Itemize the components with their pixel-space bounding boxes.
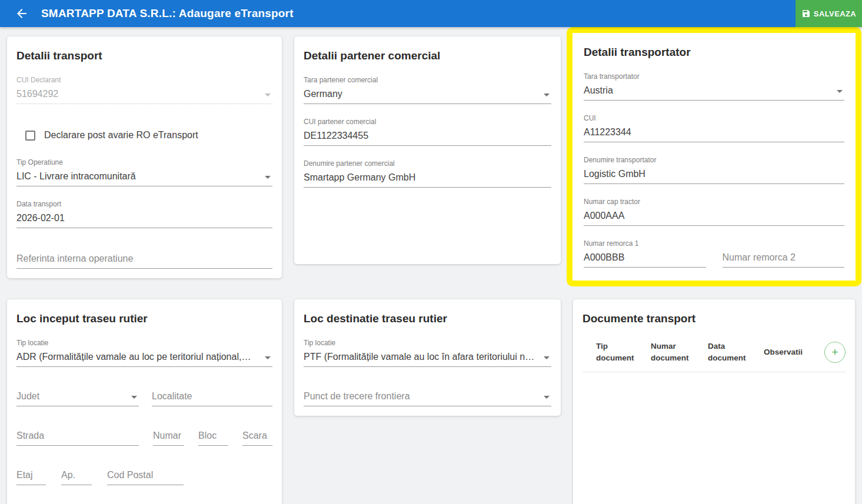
referinta-input[interactable]: Referinta interna operatiune	[16, 253, 272, 269]
tip-operatiune-select[interactable]: Tip Operatiune LIC - Livrare intracomuni…	[16, 158, 272, 186]
form-grid: Detalii transport CUI Declarant 51694292…	[0, 27, 862, 504]
dropdown-arrow-icon	[544, 396, 550, 399]
denumire-transportator-label: Denumire transportator	[584, 156, 844, 164]
card-detalii-transportator: Detalii transportator Tara transportator…	[574, 41, 854, 277]
dropdown-arrow-icon	[544, 356, 550, 359]
tip-operatiune-value[interactable]: LIC - Livrare intracomunitară	[16, 171, 272, 186]
localitate-field[interactable]: Localitate	[152, 390, 272, 406]
plus-icon: +	[831, 346, 838, 358]
etaj-field[interactable]: Etaj	[16, 469, 46, 485]
tara-partener-value[interactable]: Germany	[304, 88, 551, 104]
post-avarie-checkbox-row[interactable]: Declarare post avarie RO eTransport	[25, 130, 272, 141]
column-header-tip-document: Tip document	[596, 341, 642, 363]
judet-select[interactable]: Judet	[16, 390, 139, 406]
cui-partener-label: CUI partener comercial	[304, 118, 551, 126]
numar-cap-tractor-input[interactable]: A000AAA	[584, 210, 844, 226]
tip-locatie-inceput-select[interactable]: Tip locatie ADR (Formalitățile vamale au…	[16, 339, 272, 367]
etaj-input[interactable]: Etaj	[16, 469, 46, 485]
cui-declarant-label: CUI Declarant	[16, 76, 272, 84]
column-header-numar-document: Numar document	[651, 341, 699, 363]
dropdown-arrow-icon	[265, 176, 271, 179]
data-transport-field[interactable]: Data transport 2026-02-01	[16, 200, 272, 228]
cui-declarant-value: 51694292	[16, 88, 272, 104]
card-title: Loc destinatie traseu rutier	[304, 312, 551, 325]
card-title: Documente transport	[583, 312, 846, 325]
tip-locatie-inceput-value[interactable]: ADR (Formalitățile vamale au loc pe teri…	[16, 351, 272, 367]
numar-remorca-2-input[interactable]: Numar remorca 2	[723, 252, 845, 268]
post-avarie-checkbox[interactable]	[25, 131, 35, 141]
cod-postal-field[interactable]: Cod Postal	[107, 469, 184, 485]
denumire-partener-label: Denumire partener comercial	[304, 159, 551, 168]
cui-transportator-label: CUI	[584, 114, 844, 122]
tara-transportator-label: Tara transportator	[584, 72, 844, 81]
tip-locatie-destinatie-value[interactable]: PTF (Formalitățile vamale au loc în afar…	[304, 351, 551, 367]
dropdown-arrow-icon	[131, 396, 137, 399]
strada-field[interactable]: Strada	[16, 430, 139, 446]
referinta-placeholder: Referinta interna operatiune	[16, 253, 133, 263]
save-button-label: SALVEAZA	[814, 9, 856, 18]
highlight-frame: Detalii transportator Tara transportator…	[567, 27, 861, 286]
card-detalii-transport: Detalii transport CUI Declarant 51694292…	[7, 36, 282, 278]
tip-locatie-destinatie-label: Tip locatie	[304, 339, 551, 347]
tara-transportator-value[interactable]: Austria	[584, 85, 844, 101]
app-header: SMARTAPP DATA S.R.L.: Adaugare eTranspor…	[0, 0, 862, 27]
referinta-field[interactable]: Referinta interna operatiune	[16, 253, 272, 269]
column-header-data-document: Data document	[708, 341, 755, 363]
denumire-transportator-field[interactable]: Denumire transportator Logistic GmbH	[584, 156, 844, 184]
cui-partener-input[interactable]: DE1122334455	[304, 130, 551, 146]
punct-trecere-select[interactable]: Punct de trecere frontiera	[304, 390, 551, 406]
denumire-partener-field[interactable]: Denumire partener comercial Smartapp Ger…	[304, 159, 551, 188]
numar-remorca-2-field[interactable]: Numar remorca 2	[723, 252, 845, 268]
ap-input[interactable]: Ap.	[61, 469, 92, 485]
strada-input[interactable]: Strada	[16, 430, 139, 446]
data-transport-input[interactable]: 2026-02-01	[16, 212, 272, 228]
dropdown-arrow-icon	[265, 94, 271, 96]
add-document-button[interactable]: +	[824, 342, 846, 363]
back-arrow-icon[interactable]	[15, 6, 29, 21]
cui-transportator-field[interactable]: CUI A11223344	[584, 114, 844, 142]
card-title: Detalii partener comercial	[304, 49, 551, 62]
ap-field[interactable]: Ap.	[61, 469, 92, 485]
numar-cap-tractor-label: Numar cap tractor	[584, 198, 844, 206]
denumire-partener-input[interactable]: Smartapp Germany GmbH	[304, 172, 551, 188]
bloc-input[interactable]: Bloc	[198, 430, 228, 446]
card-loc-inceput: Loc inceput traseu rutier Tip locatie AD…	[7, 299, 282, 504]
cod-postal-input[interactable]: Cod Postal	[107, 469, 184, 485]
save-button[interactable]: SALVEAZA	[796, 0, 862, 27]
cui-declarant-select: CUI Declarant 51694292	[16, 76, 272, 104]
numar-cap-tractor-field[interactable]: Numar cap tractor A000AAA	[584, 198, 844, 226]
scara-field[interactable]: Scara	[242, 430, 272, 446]
tip-locatie-destinatie-select[interactable]: Tip locatie PTF (Formalitățile vamale au…	[304, 339, 551, 367]
numar-remorca-1-label: Numar remorca 1	[584, 239, 706, 248]
column-header-observatii: Observatii	[764, 346, 811, 358]
numar-remorca-2-placeholder: Numar remorca 2	[723, 252, 796, 262]
card-documente-transport: Documente transport Tip document Numar d…	[573, 299, 855, 504]
cui-transportator-input[interactable]: A11223344	[584, 126, 844, 142]
dropdown-arrow-icon	[837, 90, 843, 93]
tip-operatiune-label: Tip Operatiune	[16, 158, 272, 166]
tara-transportator-select[interactable]: Tara transportator Austria	[584, 72, 844, 101]
documents-table-header: Tip document Numar document Data documen…	[583, 337, 846, 372]
tip-locatie-inceput-label: Tip locatie	[16, 339, 272, 347]
numar-field[interactable]: Numar	[153, 430, 184, 446]
numar-remorca-1-input[interactable]: A000BBB	[584, 252, 706, 268]
tara-partener-label: Tara partener comercial	[304, 76, 551, 84]
numar-remorca-1-field[interactable]: Numar remorca 1 A000BBB	[584, 239, 706, 268]
card-detalii-partener: Detalii partener comercial Tara partener…	[294, 36, 561, 264]
bloc-field[interactable]: Bloc	[198, 430, 228, 446]
cui-partener-field[interactable]: CUI partener comercial DE1122334455	[304, 118, 551, 146]
punct-trecere-value[interactable]: Punct de trecere frontiera	[304, 390, 551, 406]
numar-input[interactable]: Numar	[153, 430, 184, 446]
localitate-input[interactable]: Localitate	[152, 390, 272, 406]
card-title: Loc inceput traseu rutier	[16, 312, 272, 325]
card-title: Detalii transportator	[584, 46, 844, 59]
data-transport-label: Data transport	[16, 200, 272, 208]
tara-partener-select[interactable]: Tara partener comercial Germany	[304, 76, 551, 104]
card-title: Detalii transport	[16, 49, 272, 62]
denumire-transportator-input[interactable]: Logistic GmbH	[584, 168, 844, 184]
dropdown-arrow-icon	[544, 94, 550, 96]
page-title: SMARTAPP DATA S.R.L.: Adaugare eTranspor…	[41, 7, 294, 20]
dropdown-arrow-icon	[265, 356, 271, 359]
judet-value[interactable]: Judet	[16, 390, 139, 406]
scara-input[interactable]: Scara	[242, 430, 272, 446]
